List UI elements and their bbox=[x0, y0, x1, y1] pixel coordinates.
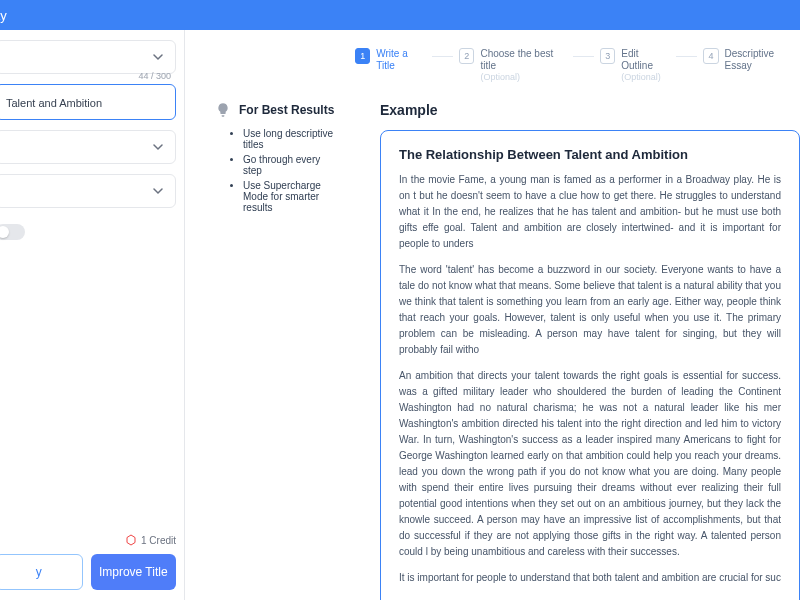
step-optional: (Optional) bbox=[621, 72, 670, 82]
char-counter: 44 / 300 bbox=[138, 71, 171, 81]
chevron-down-icon bbox=[153, 52, 163, 62]
step-number: 1 bbox=[355, 48, 370, 64]
toggle-row bbox=[0, 224, 176, 240]
step-optional: (Optional) bbox=[480, 72, 567, 82]
tips-list: Use long descriptive titlesGo through ev… bbox=[215, 128, 340, 213]
example-paragraph: An ambition that directs your talent tow… bbox=[399, 368, 781, 560]
tips-panel: For Best Results Use long descriptive ti… bbox=[215, 102, 340, 600]
top-bar: ssay bbox=[0, 0, 800, 30]
hexagon-icon bbox=[125, 534, 137, 546]
sidebar: 44 / 300 1 Credit y Improve Title bbox=[0, 30, 185, 600]
step-divider bbox=[432, 56, 453, 57]
dropdown-2[interactable] bbox=[0, 130, 176, 164]
step-3[interactable]: 3Edit Outline(Optional) bbox=[600, 48, 670, 82]
step-divider bbox=[676, 56, 697, 57]
step-label: Edit Outline bbox=[621, 48, 670, 72]
step-2[interactable]: 2Choose the best title(Optional) bbox=[459, 48, 567, 82]
supercharge-toggle[interactable] bbox=[0, 224, 25, 240]
app-title: ssay bbox=[0, 8, 7, 23]
dropdown-1[interactable] bbox=[0, 40, 176, 74]
improve-title-button[interactable]: Improve Title bbox=[91, 554, 177, 590]
tip-item: Use Supercharge Mode for smarter results bbox=[243, 180, 340, 213]
example-paragraph: It is important for people to understand… bbox=[399, 570, 781, 586]
title-input[interactable] bbox=[6, 97, 165, 109]
chevron-down-icon bbox=[153, 186, 163, 196]
example-title: The Relationship Between Talent and Ambi… bbox=[399, 147, 781, 162]
main-content: 1Write a Title2Choose the best title(Opt… bbox=[185, 30, 800, 600]
tip-item: Use long descriptive titles bbox=[243, 128, 340, 150]
step-number: 2 bbox=[459, 48, 474, 64]
stepper: 1Write a Title2Choose the best title(Opt… bbox=[355, 48, 800, 82]
title-input-wrapper: 44 / 300 bbox=[0, 84, 176, 120]
step-1[interactable]: 1Write a Title bbox=[355, 48, 426, 72]
credit-badge: 1 Credit bbox=[0, 534, 176, 546]
step-4[interactable]: 4Descriptive Essay bbox=[703, 48, 800, 72]
example-label: Example bbox=[380, 102, 800, 118]
step-divider bbox=[573, 56, 594, 57]
step-label: Choose the best title bbox=[480, 48, 567, 72]
dropdown-3[interactable] bbox=[0, 174, 176, 208]
chevron-down-icon bbox=[153, 142, 163, 152]
example-paragraph: The word 'talent' has become a buzzword … bbox=[399, 262, 781, 358]
tips-heading: For Best Results bbox=[239, 103, 334, 117]
step-number: 4 bbox=[703, 48, 718, 64]
example-panel: Example The Relationship Between Talent … bbox=[380, 102, 800, 600]
example-paragraph: In the movie Fame, a young man is famed … bbox=[399, 172, 781, 252]
step-number: 3 bbox=[600, 48, 615, 64]
button-row: y Improve Title bbox=[0, 554, 176, 590]
credit-label: 1 Credit bbox=[141, 535, 176, 546]
secondary-button[interactable]: y bbox=[0, 554, 83, 590]
step-label: Descriptive Essay bbox=[725, 48, 800, 72]
lightbulb-icon bbox=[215, 102, 231, 118]
example-box: The Relationship Between Talent and Ambi… bbox=[380, 130, 800, 600]
tip-item: Go through every step bbox=[243, 154, 340, 176]
step-label: Write a Title bbox=[376, 48, 426, 72]
